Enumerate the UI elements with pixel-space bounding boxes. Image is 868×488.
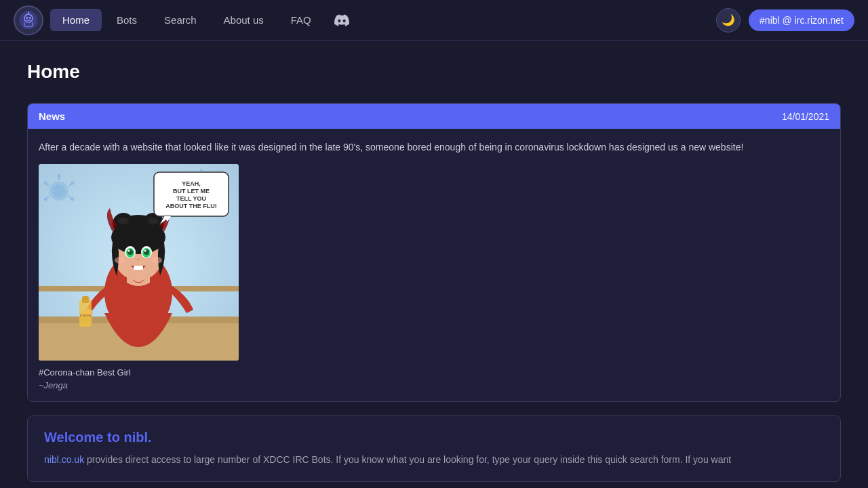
svg-point-51 (144, 250, 146, 252)
card-caption: #Corona-chan Best Girl (39, 367, 829, 378)
welcome-title: Welcome to nibl. (44, 430, 824, 445)
svg-text:YEAH,: YEAH, (182, 180, 201, 187)
card-author: ~Jenga (39, 380, 829, 390)
site-logo[interactable] (14, 5, 43, 35)
svg-point-16 (44, 198, 47, 201)
svg-point-10 (58, 174, 61, 178)
nav-item-about[interactable]: About us (212, 9, 276, 31)
svg-rect-52 (134, 266, 143, 270)
card-label: News (39, 110, 65, 122)
nibl-link[interactable]: nibl.co.uk (44, 454, 84, 465)
card-date: 14/01/2021 (782, 111, 829, 122)
svg-text:BUT LET ME: BUT LET ME (173, 188, 210, 195)
card-body: After a decade with a website that looke… (28, 129, 840, 401)
svg-point-43 (148, 218, 159, 224)
nav-right: 🌙 #nibl @ irc.rizon.net (716, 8, 854, 33)
nav-item-search[interactable]: Search (152, 9, 209, 31)
nav-items: Home Bots Search About us FAQ (50, 7, 716, 33)
navbar: Home Bots Search About us FAQ 🌙 #nibl @ … (0, 0, 868, 41)
theme-toggle-button[interactable]: 🌙 (716, 8, 741, 33)
welcome-body-text: provides direct access to large number o… (87, 454, 731, 465)
svg-point-54 (151, 257, 162, 264)
nav-item-bots[interactable]: Bots (104, 9, 149, 31)
card-header: News 14/01/2021 (28, 104, 840, 129)
card-image-container: Corona (39, 164, 829, 361)
svg-text:TELL YOU: TELL YOU (176, 195, 206, 202)
nav-item-home[interactable]: Home (50, 9, 102, 31)
svg-text:Corona: Corona (80, 313, 92, 317)
anime-svg: Corona (39, 164, 239, 361)
nav-item-discord[interactable] (326, 7, 357, 33)
svg-point-2 (26, 16, 28, 18)
welcome-card: Welcome to nibl. nibl.co.uk provides dir… (27, 415, 841, 481)
page-title: Home (27, 61, 841, 83)
irc-button[interactable]: #nibl @ irc.rizon.net (749, 9, 854, 31)
main-content: Home News 14/01/2021 After a decade with… (0, 41, 868, 488)
svg-point-12 (71, 182, 75, 185)
svg-point-3 (29, 16, 31, 18)
svg-point-18 (44, 182, 47, 185)
svg-point-42 (118, 218, 129, 224)
svg-point-8 (52, 184, 66, 198)
svg-text:ABOUT THE FLU!: ABOUT THE FLU! (165, 203, 217, 209)
nav-item-faq[interactable]: FAQ (279, 9, 323, 31)
svg-rect-34 (82, 296, 89, 303)
moon-icon: 🌙 (722, 14, 735, 26)
svg-point-50 (128, 250, 130, 252)
card-text: After a decade with a website that looke… (39, 140, 829, 155)
news-card: News 14/01/2021 After a decade with a we… (27, 103, 841, 402)
discord-icon (334, 13, 349, 28)
svg-point-14 (71, 198, 75, 201)
svg-point-5 (28, 11, 29, 12)
svg-point-53 (115, 257, 125, 264)
svg-point-21 (200, 169, 203, 171)
card-image: Corona (39, 164, 239, 361)
welcome-text: nibl.co.uk provides direct access to lar… (44, 452, 824, 467)
